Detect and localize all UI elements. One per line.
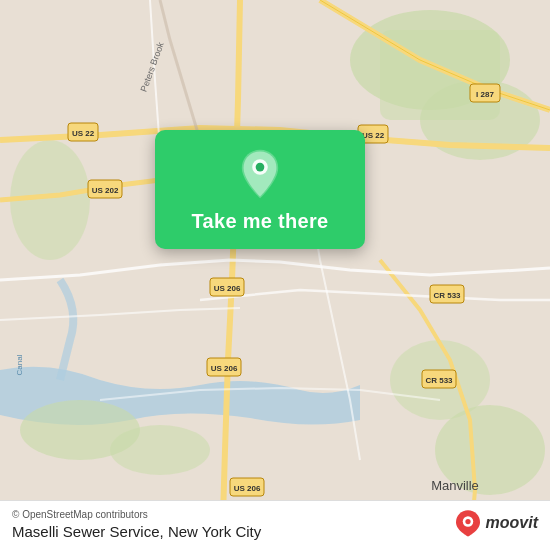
map-background: US 22 US 22 I 287 US 202 US 206 US 206 U…	[0, 0, 550, 550]
take-me-card[interactable]: Take me there	[155, 130, 365, 249]
moovit-icon	[453, 508, 483, 538]
moovit-text: moovit	[486, 514, 538, 532]
map-container: US 22 US 22 I 287 US 202 US 206 US 206 U…	[0, 0, 550, 550]
svg-text:I 287: I 287	[476, 90, 494, 99]
take-me-label: Take me there	[192, 210, 329, 233]
svg-text:US 202: US 202	[92, 186, 119, 195]
svg-text:Canal: Canal	[15, 354, 24, 375]
moovit-logo: moovit	[453, 508, 538, 538]
svg-text:US 22: US 22	[362, 131, 385, 140]
svg-text:US 206: US 206	[214, 284, 241, 293]
svg-point-6	[110, 425, 210, 475]
svg-point-31	[256, 163, 265, 172]
svg-text:CR 533: CR 533	[433, 291, 461, 300]
svg-point-33	[465, 519, 470, 524]
svg-text:CR 533: CR 533	[425, 376, 453, 385]
location-pin-icon	[234, 148, 286, 200]
svg-text:Manville: Manville	[431, 478, 479, 493]
svg-text:US 206: US 206	[211, 364, 238, 373]
svg-text:US 206: US 206	[234, 484, 261, 493]
svg-text:US 22: US 22	[72, 129, 95, 138]
